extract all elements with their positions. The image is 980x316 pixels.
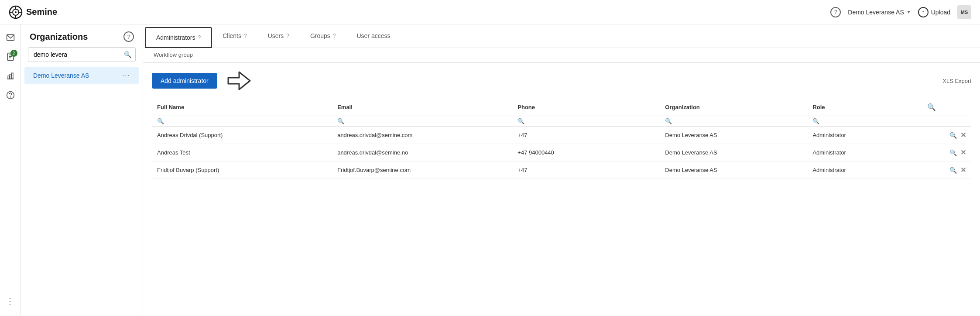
table-header-row: Full Name Email Phone Organization Role bbox=[152, 99, 971, 116]
invoice-badge: 2 bbox=[10, 50, 17, 57]
cell-phone: +47 94000440 bbox=[512, 144, 660, 161]
tab-users[interactable]: Users ? bbox=[257, 24, 300, 48]
cell-role: Administrator bbox=[807, 127, 922, 144]
sidebar-item-more[interactable]: ⋮ bbox=[3, 293, 18, 309]
cell-actions: 🔍 ✕ bbox=[922, 161, 971, 179]
cell-name: Andreas Drivdal (Support) bbox=[152, 127, 332, 144]
svg-point-2 bbox=[15, 11, 17, 13]
xls-export-button[interactable]: XLS Export bbox=[942, 78, 971, 84]
cell-role: Administrator bbox=[807, 161, 922, 179]
sidebar-item-invoice[interactable]: 2 bbox=[3, 49, 18, 65]
chevron-down-icon: ▼ bbox=[907, 10, 911, 14]
tab-clients-help[interactable]: ? bbox=[244, 33, 247, 39]
col-header-organization: Organization bbox=[660, 99, 807, 116]
col-header-full-name: Full Name bbox=[152, 99, 332, 116]
tab-users-help[interactable]: ? bbox=[286, 33, 289, 39]
row-delete-icon[interactable]: ✕ bbox=[960, 148, 966, 157]
upload-icon: ↑ bbox=[918, 7, 929, 17]
cell-name: Fridtjof Buvarp (Support) bbox=[152, 161, 332, 179]
search-icon: 🔍 bbox=[124, 51, 131, 58]
table-row: Andreas Drivdal (Support) andreas.drivda… bbox=[152, 127, 971, 144]
table-row: Fridtjof Buvarp (Support) Fridtjof.Buvar… bbox=[152, 161, 971, 179]
org-selector[interactable]: Demo Leveranse AS ▼ bbox=[848, 9, 911, 16]
cell-actions: 🔍 ✕ bbox=[922, 127, 971, 144]
cell-org: Demo Leveranse AS bbox=[660, 127, 807, 144]
svg-point-17 bbox=[10, 97, 10, 97]
arrow-indicator bbox=[226, 70, 252, 92]
name-col-search-icon[interactable]: 🔍 bbox=[157, 118, 164, 124]
col-header-role: Role bbox=[807, 99, 922, 116]
phone-col-search-icon[interactable]: 🔍 bbox=[517, 118, 524, 124]
cell-phone: +47 bbox=[512, 161, 660, 179]
row-search-icon[interactable]: 🔍 bbox=[949, 132, 957, 139]
role-col-search-icon[interactable]: 🔍 bbox=[812, 118, 819, 124]
cell-phone: +47 bbox=[512, 127, 660, 144]
tab-administrators-help[interactable]: ? bbox=[198, 34, 201, 41]
org-item-more-icon[interactable]: ··· bbox=[122, 72, 130, 79]
org-search-input[interactable] bbox=[28, 47, 136, 62]
col-header-email: Email bbox=[332, 99, 512, 116]
icon-sidebar: 2 ⋮ bbox=[0, 24, 21, 316]
row-delete-icon[interactable]: ✕ bbox=[960, 166, 966, 174]
email-col-search-icon[interactable]: 🔍 bbox=[337, 118, 344, 124]
tab-groups[interactable]: Groups ? bbox=[300, 24, 346, 48]
svg-rect-14 bbox=[10, 74, 11, 79]
table-global-search-icon[interactable]: 🔍 bbox=[927, 103, 936, 111]
cell-email: andreas.drivdal@semine.no bbox=[332, 144, 512, 161]
table-body: Andreas Drivdal (Support) andreas.drivda… bbox=[152, 127, 971, 179]
org-col-search-icon[interactable]: 🔍 bbox=[665, 118, 672, 124]
cell-email: Fridtjof.Buvarp@semine.com bbox=[332, 161, 512, 179]
row-search-icon[interactable]: 🔍 bbox=[949, 149, 957, 156]
org-selector-label: Demo Leveranse AS bbox=[848, 9, 904, 16]
row-delete-icon[interactable]: ✕ bbox=[960, 131, 966, 139]
cell-org: Demo Leveranse AS bbox=[660, 161, 807, 179]
arrow-icon bbox=[226, 70, 252, 92]
cell-org: Demo Leveranse AS bbox=[660, 144, 807, 161]
administrators-table: Full Name Email Phone Organization Role bbox=[152, 99, 971, 179]
app-name: Semine bbox=[26, 7, 57, 17]
col-header-phone: Phone bbox=[512, 99, 660, 116]
table-row: Andreas Test andreas.drivdal@semine.no +… bbox=[152, 144, 971, 161]
cell-name: Andreas Test bbox=[152, 144, 332, 161]
header-help-button[interactable]: ? bbox=[830, 7, 841, 17]
org-item-label: Demo Leveranse AS bbox=[33, 72, 89, 79]
right-panel: Administrators ? Clients ? Users ? Group… bbox=[143, 24, 980, 316]
app-header: Semine ? Demo Leveranse AS ▼ ↑ Upload MS bbox=[0, 0, 980, 24]
tab-user-access[interactable]: User access bbox=[346, 24, 401, 48]
header-right: ? Demo Leveranse AS ▼ ↑ Upload MS bbox=[830, 5, 971, 19]
sidebar-item-mail[interactable] bbox=[3, 30, 18, 45]
logo-icon bbox=[9, 5, 23, 19]
left-panel-header: Organizations ? bbox=[21, 24, 143, 47]
svg-rect-15 bbox=[11, 73, 13, 79]
upload-button[interactable]: ↑ Upload bbox=[918, 7, 950, 17]
tab-groups-help[interactable]: ? bbox=[333, 33, 336, 39]
tab-administrators[interactable]: Administrators ? bbox=[145, 27, 212, 48]
sidebar-item-help[interactable] bbox=[3, 87, 18, 103]
app-logo: Semine bbox=[9, 5, 57, 19]
tabs-row: Administrators ? Clients ? Users ? Group… bbox=[143, 24, 980, 48]
upload-label: Upload bbox=[931, 9, 950, 16]
cell-role: Administrator bbox=[807, 144, 922, 161]
sub-tabs-row: Workflow group bbox=[143, 48, 980, 63]
svg-rect-13 bbox=[8, 76, 9, 79]
table-column-search-row: 🔍 🔍 🔍 🔍 🔍 bbox=[152, 116, 971, 127]
row-search-icon[interactable]: 🔍 bbox=[949, 167, 957, 174]
organizations-title: Organizations bbox=[30, 32, 88, 42]
table-container: Full Name Email Phone Organization Role bbox=[143, 99, 980, 316]
organizations-help-button[interactable]: ? bbox=[123, 31, 134, 42]
sub-tab-workflow-group[interactable]: Workflow group bbox=[145, 48, 202, 62]
sidebar-item-chart[interactable] bbox=[3, 68, 18, 84]
action-bar: Add administrator XLS Export bbox=[143, 63, 980, 99]
left-panel: Organizations ? 🔍 Demo Leveranse AS ··· bbox=[21, 24, 143, 316]
tab-clients[interactable]: Clients ? bbox=[212, 24, 257, 48]
cell-actions: 🔍 ✕ bbox=[922, 144, 971, 161]
user-avatar[interactable]: MS bbox=[957, 5, 971, 19]
cell-email: andreas.drivdal@semine.com bbox=[332, 127, 512, 144]
svg-marker-18 bbox=[228, 72, 250, 89]
col-header-actions: 🔍 bbox=[922, 99, 971, 116]
org-list-item[interactable]: Demo Leveranse AS ··· bbox=[24, 67, 139, 84]
org-search-box: 🔍 bbox=[28, 47, 136, 62]
main-layout: 2 ⋮ Organizations ? bbox=[0, 24, 980, 316]
add-administrator-button[interactable]: Add administrator bbox=[152, 73, 217, 89]
